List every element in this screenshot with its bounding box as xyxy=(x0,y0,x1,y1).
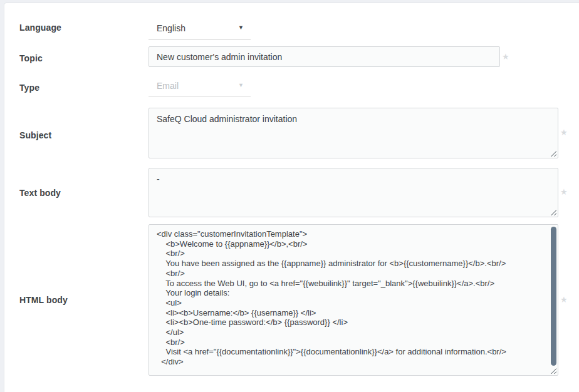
language-select-value: English xyxy=(157,23,185,33)
text-body-label: Text body xyxy=(19,188,61,198)
html-body-label: HTML body xyxy=(19,295,68,305)
type-label: Type xyxy=(19,83,39,93)
topic-input[interactable] xyxy=(149,46,500,67)
required-icon: ★ xyxy=(560,296,568,304)
html-body-textarea[interactable]: <div class="customerInvitationTemplate">… xyxy=(149,225,558,375)
chevron-down-icon: ▼ xyxy=(238,82,244,88)
page-background: Language English ▼ Topic ★ Type Email ▼ … xyxy=(0,0,579,392)
topic-label: Topic xyxy=(19,53,43,63)
subject-label: Subject xyxy=(19,130,51,140)
language-label: Language xyxy=(19,23,61,33)
type-select-value: Email xyxy=(157,81,179,91)
html-body-field: <div class="customerInvitationTemplate">… xyxy=(149,224,558,376)
language-select[interactable]: English ▼ xyxy=(149,18,251,39)
form-card: Language English ▼ Topic ★ Type Email ▼ … xyxy=(4,3,579,392)
text-body-textarea[interactable]: - xyxy=(149,168,558,217)
scrollbar-thumb[interactable] xyxy=(551,227,556,366)
chevron-down-icon: ▼ xyxy=(238,24,244,31)
subject-textarea[interactable]: SafeQ Cloud administrator invitation xyxy=(149,108,558,158)
required-icon: ★ xyxy=(502,53,509,61)
required-icon: ★ xyxy=(560,188,568,197)
subject-field: SafeQ Cloud administrator invitation xyxy=(149,108,558,158)
required-icon: ★ xyxy=(560,128,568,137)
text-body-field: - xyxy=(149,168,558,217)
type-select: Email ▼ xyxy=(149,75,251,97)
